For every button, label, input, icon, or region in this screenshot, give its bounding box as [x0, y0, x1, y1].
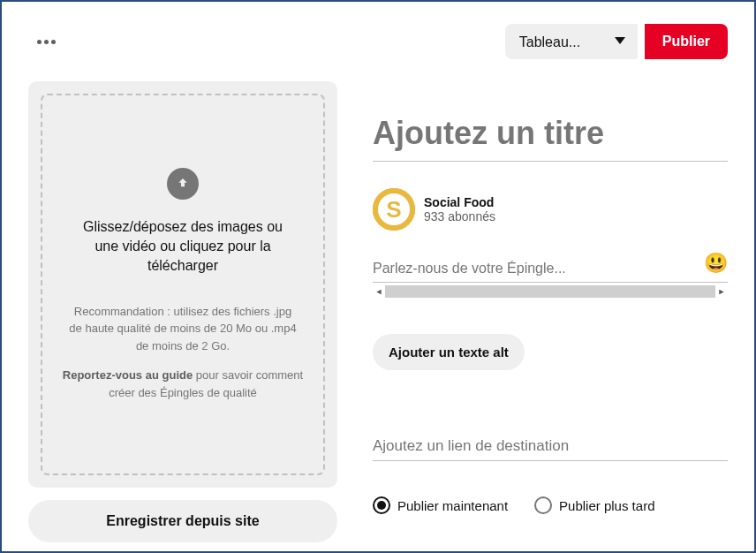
schedule-row: Publier maintenant Publier plus tard [373, 496, 728, 514]
pin-builder-frame: Tableau... Publier Glissez/déposez des i… [0, 0, 756, 553]
emoji-picker-icon[interactable]: 😃 [704, 252, 728, 275]
horizontal-scrollbar[interactable]: ◄ ► [373, 284, 728, 299]
avatar: S [373, 188, 415, 231]
scroll-right-icon[interactable]: ► [715, 285, 728, 298]
author-row: S Social Food 933 abonnés [373, 188, 728, 231]
upload-inner: Glissez/déposez des images ou une vidéo … [41, 94, 325, 475]
upload-recommendation: Recommandation : utilisez des fichiers .… [68, 303, 298, 355]
publish-now-label: Publier maintenant [397, 498, 508, 513]
add-alt-text-button[interactable]: Ajouter un texte alt [373, 334, 525, 370]
description-row: 😃 ◄ ► [373, 255, 728, 299]
radio-unchecked-icon [534, 496, 552, 514]
ellipsis-icon [37, 40, 56, 44]
top-bar: Tableau... Publier [28, 19, 728, 64]
publish-button[interactable]: Publier [645, 24, 728, 59]
board-select-wrap: Tableau... [505, 24, 638, 59]
svg-text:S: S [386, 196, 401, 223]
upload-guide-link[interactable]: Reportez-vous au guide [63, 368, 193, 382]
upload-instructions: Glissez/déposez des images ou une vidéo … [77, 217, 289, 276]
author-name: Social Food [424, 195, 495, 209]
upload-icon [167, 168, 199, 200]
main-area: Glissez/déposez des images ou une vidéo … [28, 81, 728, 542]
save-from-site-button[interactable]: Enregistrer depuis site [28, 500, 337, 542]
upload-dropzone[interactable]: Glissez/déposez des images ou une vidéo … [28, 81, 337, 488]
author-followers: 933 abonnés [424, 209, 495, 223]
destination-link-input[interactable] [373, 432, 728, 461]
publish-now-radio[interactable]: Publier maintenant [373, 496, 508, 514]
publish-later-radio[interactable]: Publier plus tard [534, 496, 654, 514]
right-column: S Social Food 933 abonnés 😃 ◄ ► Ajouter … [373, 81, 728, 542]
upload-guide: Reportez-vous au guide pour savoir comme… [60, 367, 306, 401]
author-meta: Social Food 933 abonnés [424, 195, 495, 223]
description-input[interactable] [373, 255, 728, 283]
top-right-controls: Tableau... Publier [505, 24, 728, 59]
radio-checked-icon [373, 496, 390, 514]
board-select[interactable]: Tableau... [505, 24, 638, 59]
publish-later-label: Publier plus tard [559, 498, 654, 513]
scroll-left-icon[interactable]: ◄ [373, 285, 385, 298]
title-input[interactable] [373, 108, 728, 162]
more-options-button[interactable] [28, 24, 64, 59]
scroll-track[interactable] [385, 285, 715, 298]
left-column: Glissez/déposez des images ou une vidéo … [28, 81, 337, 542]
